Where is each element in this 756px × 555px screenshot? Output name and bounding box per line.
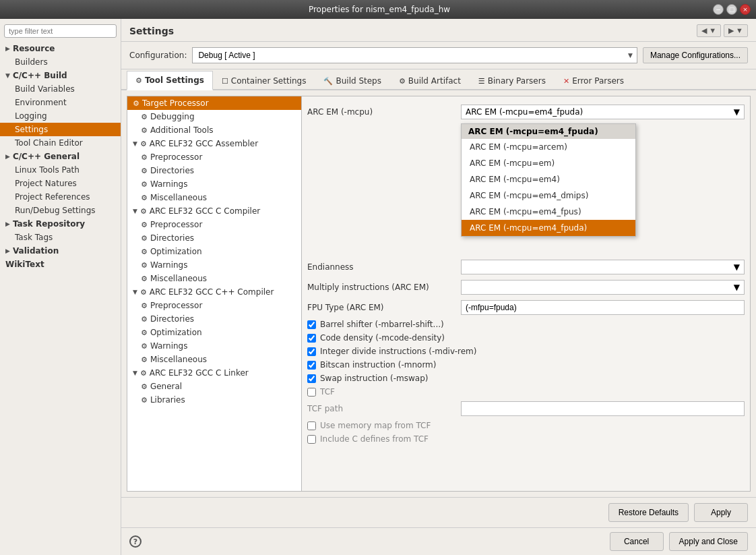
sidebar-item-build-variables[interactable]: Build Variables: [0, 82, 121, 96]
sidebar-item-project-references[interactable]: Project References: [0, 190, 121, 204]
manage-configurations-button[interactable]: Manage Configurations...: [643, 47, 748, 63]
arrow-icon: ▼: [5, 72, 10, 79]
config-select-wrapper[interactable]: Debug [ Active ]: [192, 47, 637, 63]
sidebar-item-label: Logging: [15, 111, 47, 121]
tree-item-label: Target Processor: [142, 98, 209, 108]
container-settings-icon: ☐: [222, 77, 228, 86]
tree-item-linker-general[interactable]: ⚙ General: [127, 380, 301, 393]
nav-back-button[interactable]: ◀ ▼: [697, 24, 721, 37]
tab-build-artifact[interactable]: ⚙ Build Artifact: [390, 71, 470, 90]
fpu-type-input[interactable]: [461, 300, 745, 315]
sidebar-item-ccpp-general[interactable]: ▶ C/C++ General: [0, 150, 121, 163]
tree-item-c-directories[interactable]: ⚙ Directories: [127, 231, 301, 245]
tab-build-steps[interactable]: 🔨 Build Steps: [315, 71, 390, 90]
dropdown-option-arcem[interactable]: ARC EM (-mcpu=arcem): [462, 139, 635, 155]
tab-binary-parsers[interactable]: ☰ Binary Parsers: [470, 71, 555, 90]
dropdown-option-em4-fpus[interactable]: ARC EM (-mcpu=em4_fpus): [462, 204, 635, 220]
maximize-button[interactable]: □: [726, 4, 737, 15]
sidebar-item-tool-chain-editor[interactable]: Tool Chain Editor: [0, 136, 121, 150]
apply-and-close-button[interactable]: Apply and Close: [669, 532, 748, 551]
dropdown-arrow-icon: ▼: [734, 283, 740, 292]
tree-item-c-misc[interactable]: ⚙ Miscellaneous: [127, 272, 301, 285]
tab-container-settings[interactable]: ☐ Container Settings: [213, 71, 315, 90]
sidebar-item-run-debug[interactable]: Run/Debug Settings: [0, 204, 121, 217]
tree-item-icon: ⚙: [141, 342, 148, 351]
sidebar-item-task-tags[interactable]: Task Tags: [0, 231, 121, 244]
tree-item-arc-c-compiler[interactable]: ▼ ⚙ ARC ELF32 GCC C Compiler: [127, 204, 301, 218]
sidebar-item-wikitext[interactable]: WikiText: [0, 258, 121, 271]
minimize-button[interactable]: −: [713, 4, 724, 15]
sidebar-item-resource[interactable]: ▶ Resource: [0, 42, 121, 55]
dropdown-option-em4-dmips[interactable]: ARC EM (-mcpu=em4_dmips): [462, 187, 635, 204]
sidebar-item-logging[interactable]: Logging: [0, 109, 121, 123]
sidebar-item-label: Builders: [15, 57, 48, 67]
tree-item-asm-directories[interactable]: ⚙ Directories: [127, 164, 301, 177]
dropdown-arrow-icon: ▼: [734, 107, 740, 117]
tree-item-c-warnings[interactable]: ⚙ Warnings: [127, 258, 301, 272]
swap-checkbox[interactable]: [307, 374, 316, 383]
tree-item-label: Additional Tools: [150, 125, 214, 135]
endianness-dropdown[interactable]: ▼: [461, 260, 745, 274]
include-c-defines-checkbox[interactable]: [307, 435, 316, 444]
tree-item-additional-tools[interactable]: ⚙ Additional Tools: [127, 123, 301, 137]
tab-tool-settings[interactable]: ⚙ Tool Settings: [127, 71, 213, 90]
tree-item-asm-preprocessor[interactable]: ⚙ Preprocessor: [127, 150, 301, 164]
integer-divide-checkbox[interactable]: [307, 347, 316, 356]
tcf-checkbox[interactable]: [307, 388, 316, 397]
sidebar-item-linux-tools-path[interactable]: Linux Tools Path: [0, 163, 121, 177]
sidebar-item-settings[interactable]: Settings: [0, 123, 121, 136]
multiply-dropdown[interactable]: ▼: [461, 280, 745, 295]
sidebar-item-task-repository[interactable]: ▶ Task Repository: [0, 217, 121, 231]
cancel-button[interactable]: Cancel: [610, 532, 664, 551]
sidebar-item-validation[interactable]: ▶ Validation: [0, 244, 121, 258]
setting-code-density: Code density (-mcode-density): [307, 331, 745, 345]
arrow-icon: ▶: [5, 153, 10, 160]
bitscan-label: Bitscan instruction (-mnorm): [320, 360, 436, 370]
nav-forward-button[interactable]: ▶ ▼: [724, 24, 748, 37]
dropdown-option-em[interactable]: ARC EM (-mcpu=em): [462, 155, 635, 171]
tree-item-arc-linker[interactable]: ▼ ⚙ ARC ELF32 GCC C Linker: [127, 366, 301, 380]
tree-item-label: ARC ELF32 GCC Assembler: [150, 139, 258, 148]
restore-defaults-button[interactable]: Restore Defaults: [608, 503, 689, 522]
close-button[interactable]: ×: [740, 4, 751, 15]
tree-item-arc-assembler[interactable]: ▼ ⚙ ARC ELF32 GCC Assembler: [127, 137, 301, 150]
tree-item-icon: ⚙: [141, 315, 148, 324]
help-button[interactable]: ?: [129, 535, 141, 548]
tree-item-icon: ⚙: [141, 382, 148, 391]
config-select[interactable]: Debug [ Active ]: [193, 48, 636, 63]
bitscan-checkbox[interactable]: [307, 361, 316, 370]
barrel-shifter-checkbox[interactable]: [307, 320, 316, 329]
tree-item-cpp-optimization[interactable]: ⚙ Optimization: [127, 326, 301, 339]
dropdown-option-em4-fpuda[interactable]: ARC EM (-mcpu=em4_fpuda): [462, 220, 635, 236]
dropdown-option-em4[interactable]: ARC EM (-mcpu=em4): [462, 171, 635, 187]
tree-item-c-optimization[interactable]: ⚙ Optimization: [127, 245, 301, 258]
tree-item-cpp-preprocessor[interactable]: ⚙ Preprocessor: [127, 299, 301, 312]
sidebar-filter-input[interactable]: [4, 24, 117, 38]
build-steps-icon: 🔨: [323, 77, 333, 86]
tree-item-cpp-directories[interactable]: ⚙ Directories: [127, 312, 301, 326]
barrel-shifter-label: Barrel shifter (-mbarrel-shift...): [320, 320, 444, 329]
code-density-checkbox[interactable]: [307, 334, 316, 343]
sidebar-item-environment[interactable]: Environment: [0, 96, 121, 109]
tab-error-parsers[interactable]: ✕ Error Parsers: [555, 71, 633, 90]
tree-item-asm-misc[interactable]: ⚙ Miscellaneous: [127, 191, 301, 204]
tree-item-asm-warnings[interactable]: ⚙ Warnings: [127, 177, 301, 191]
tree-item-c-preprocessor[interactable]: ⚙ Preprocessor: [127, 218, 301, 231]
tree-item-cpp-misc[interactable]: ⚙ Miscellaneous: [127, 353, 301, 366]
tree-item-arc-cpp-compiler[interactable]: ▼ ⚙ ARC ELF32 GCC C++ Compiler: [127, 285, 301, 299]
tcf-path-input[interactable]: [461, 401, 745, 416]
sidebar-item-builders[interactable]: Builders: [0, 55, 121, 69]
tree-item-icon: ⚙: [133, 99, 139, 108]
tree-item-cpp-warnings[interactable]: ⚙ Warnings: [127, 339, 301, 353]
apply-button[interactable]: Apply: [694, 503, 748, 522]
tree-item-debugging[interactable]: ⚙ Debugging: [127, 110, 301, 123]
tree-item-label: Preprocessor: [150, 301, 202, 310]
sidebar-item-ccpp-build[interactable]: ▼ C/C++ Build: [0, 69, 121, 82]
tree-item-target-processor[interactable]: ⚙ Target Processor: [127, 96, 301, 110]
expand-icon: ▼: [133, 208, 137, 214]
tree-item-linker-libraries[interactable]: ⚙ Libraries: [127, 393, 301, 407]
use-memory-map-checkbox[interactable]: [307, 421, 316, 430]
sidebar-item-project-natures[interactable]: Project Natures: [0, 177, 121, 190]
bottom-bar: Restore Defaults Apply: [121, 497, 756, 527]
arc-em-dropdown[interactable]: ARC EM (-mcpu=em4_fpuda) ▼: [461, 105, 745, 119]
